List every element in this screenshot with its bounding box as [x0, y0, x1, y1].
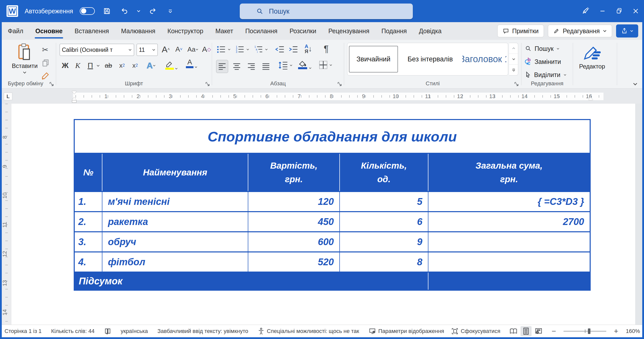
- cell-price[interactable]: 450: [248, 212, 339, 231]
- cell-number[interactable]: 2.: [75, 212, 102, 231]
- cell-total[interactable]: [428, 232, 590, 251]
- format-painter-button[interactable]: [41, 71, 50, 81]
- styles-scroll-down-button[interactable]: [509, 54, 518, 65]
- select-button[interactable]: Виділити: [525, 68, 567, 81]
- cell-number[interactable]: 3.: [75, 232, 102, 251]
- feedback-button[interactable]: [578, 0, 594, 22]
- cell-price[interactable]: 600: [248, 232, 339, 251]
- hanging-indent-marker[interactable]: [72, 97, 76, 100]
- tab-help[interactable]: Довідка: [413, 22, 448, 40]
- right-indent-marker[interactable]: [588, 97, 593, 100]
- cell-price[interactable]: 520: [248, 252, 339, 272]
- page-count[interactable]: Сторінка 1 із 1: [5, 328, 42, 334]
- style-normal[interactable]: Звичайний: [349, 46, 398, 72]
- sort-button[interactable]: АЯ ↓: [305, 44, 312, 54]
- italic-button[interactable]: К: [72, 59, 83, 71]
- grow-font-button[interactable]: А˄: [160, 43, 171, 55]
- header-cell-number[interactable]: №: [75, 154, 102, 191]
- styles-scroll-up-button[interactable]: [509, 43, 518, 54]
- customize-quick-access-button[interactable]: [165, 6, 176, 17]
- style-no-spacing[interactable]: Без інтервалів: [400, 46, 460, 72]
- styles-more-button[interactable]: [509, 65, 518, 75]
- autosave-toggle[interactable]: [80, 7, 95, 15]
- align-left-button[interactable]: [216, 60, 228, 73]
- cell-total[interactable]: 2700: [428, 212, 590, 231]
- undo-dropdown-icon[interactable]: [137, 10, 141, 13]
- paragraph-marks-button[interactable]: ¶: [324, 44, 329, 54]
- cell-number[interactable]: 4.: [75, 252, 102, 272]
- text-effects-button[interactable]: А: [146, 59, 157, 71]
- cell-name[interactable]: обруч: [102, 232, 248, 251]
- read-mode-button[interactable]: [508, 326, 519, 336]
- paste-button[interactable]: Вставити: [12, 43, 38, 74]
- decrease-indent-button[interactable]: [274, 45, 285, 53]
- collapse-ribbon-button[interactable]: [633, 82, 638, 86]
- increase-indent-button[interactable]: [288, 45, 298, 53]
- zoom-level[interactable]: 160%: [626, 328, 640, 334]
- zoom-in-button[interactable]: +: [614, 327, 618, 335]
- restore-button[interactable]: [611, 0, 627, 22]
- bullets-button[interactable]: [217, 45, 231, 53]
- superscript-button[interactable]: x2: [130, 59, 141, 71]
- footer-label-cell[interactable]: Підсумок: [75, 273, 428, 290]
- proofing-button[interactable]: [104, 328, 111, 334]
- cell-total[interactable]: [428, 252, 590, 272]
- first-line-indent-marker[interactable]: [72, 91, 76, 94]
- header-cell-qty[interactable]: Кількість,од.: [340, 154, 428, 191]
- editing-mode-button[interactable]: Редагування: [548, 25, 612, 37]
- cell-qty[interactable]: 8: [340, 252, 428, 272]
- redo-button[interactable]: [147, 6, 158, 17]
- zoom-slider-thumb[interactable]: [588, 328, 590, 334]
- copy-button[interactable]: [42, 59, 50, 67]
- font-dialog-launcher-icon[interactable]: [205, 82, 210, 86]
- tab-references[interactable]: Посилання: [239, 22, 284, 40]
- style-heading1[interactable]: Заголовок 1: [462, 46, 506, 72]
- justify-button[interactable]: [260, 60, 272, 73]
- font-color-button[interactable]: А: [186, 58, 197, 68]
- font-name-select[interactable]: Calibri (Основний т: [60, 44, 134, 56]
- display-options-button[interactable]: Параметри відображення: [369, 328, 444, 334]
- editor-button[interactable]: Редактор: [579, 44, 605, 70]
- web-layout-button[interactable]: [533, 326, 544, 336]
- header-cell-total[interactable]: Загальна сума,грн.: [428, 154, 590, 191]
- tab-draw[interactable]: Малювання: [115, 22, 161, 40]
- shrink-font-button[interactable]: А˅: [173, 43, 184, 55]
- cell-total-formula[interactable]: { =C3*D3 }: [428, 192, 590, 211]
- tab-design[interactable]: Конструктор: [162, 22, 210, 40]
- change-case-button[interactable]: Аа: [187, 43, 198, 55]
- cell-name[interactable]: м'ячі тенісні: [102, 192, 248, 211]
- numbering-button[interactable]: 123: [235, 45, 249, 53]
- replace-button[interactable]: b c Замінити: [525, 55, 561, 68]
- undo-button[interactable]: [119, 6, 130, 17]
- header-cell-name[interactable]: Найменування: [102, 154, 248, 191]
- borders-button[interactable]: [319, 60, 332, 69]
- predictive-text[interactable]: Завбачливий ввід тексту: увімкнуто: [157, 328, 248, 334]
- close-button[interactable]: [627, 0, 644, 22]
- focus-button[interactable]: Сфокусуватися: [452, 328, 500, 334]
- cut-button[interactable]: ✂: [42, 45, 48, 54]
- zoom-out-button[interactable]: −: [552, 327, 556, 335]
- accessibility-status[interactable]: Спеціальні можливості: щось не так: [258, 328, 359, 335]
- minimize-button[interactable]: [594, 0, 611, 22]
- cell-price[interactable]: 120: [248, 192, 339, 211]
- strikethrough-button[interactable]: ab: [103, 59, 114, 71]
- bold-button[interactable]: Ж: [60, 59, 71, 71]
- search-box[interactable]: Пошук: [240, 4, 413, 19]
- footer-total-cell[interactable]: [428, 273, 590, 290]
- cell-name[interactable]: ракетка: [102, 212, 248, 231]
- cell-name[interactable]: фітбол: [102, 252, 248, 272]
- tab-layout[interactable]: Макет: [209, 22, 239, 40]
- font-size-select[interactable]: 11: [137, 44, 158, 56]
- header-cell-price[interactable]: Вартість,грн.: [248, 154, 339, 191]
- tab-file[interactable]: Файл: [2, 22, 29, 40]
- line-spacing-button[interactable]: [278, 61, 293, 69]
- document-table[interactable]: Спортивне обладнання для школи № Наймену…: [74, 119, 591, 291]
- save-button[interactable]: [101, 6, 112, 17]
- styles-dialog-launcher-icon[interactable]: [514, 82, 519, 86]
- multilevel-list-button[interactable]: 1ai: [254, 45, 268, 53]
- tab-view[interactable]: Подання: [375, 22, 413, 40]
- tab-stop-selector[interactable]: L: [4, 93, 12, 100]
- underline-dropdown-icon[interactable]: [96, 64, 100, 67]
- clipboard-dialog-launcher-icon[interactable]: [49, 82, 54, 86]
- tab-mailings[interactable]: Розсилки: [284, 22, 322, 40]
